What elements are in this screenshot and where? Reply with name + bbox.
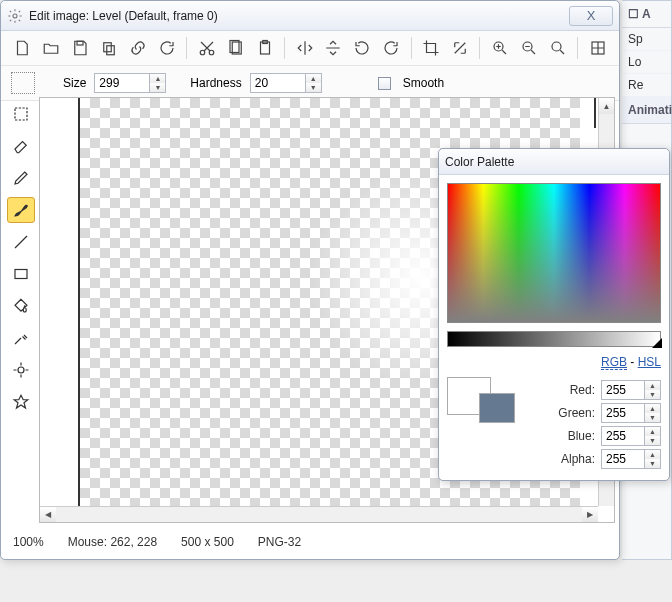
value-slider[interactable] — [447, 331, 661, 347]
rotate-cw-button[interactable] — [378, 35, 405, 61]
rgb-mode-link[interactable]: RGB — [601, 355, 627, 370]
secondary-swatch[interactable] — [479, 393, 515, 423]
red-label: Red: — [570, 383, 595, 397]
hsl-mode-link[interactable]: HSL — [638, 355, 661, 369]
zoom-out-button[interactable] — [515, 35, 542, 61]
zoom-in-button[interactable] — [486, 35, 513, 61]
paste-button[interactable] — [251, 35, 278, 61]
zoom-fit-button[interactable] — [544, 35, 571, 61]
flip-v-button[interactable] — [320, 35, 347, 61]
main-toolbar — [1, 31, 619, 66]
side-row[interactable]: Lo — [622, 51, 671, 74]
side-panel-header: ☐ A — [622, 1, 671, 28]
horizontal-scrollbar[interactable]: ◀ ▶ — [40, 506, 598, 522]
cut-button[interactable] — [193, 35, 220, 61]
red-input[interactable] — [601, 380, 645, 400]
crop-button[interactable] — [418, 35, 445, 61]
side-row[interactable]: Sp — [622, 28, 671, 51]
hardness-input[interactable] — [250, 73, 306, 93]
resize-button[interactable] — [447, 35, 474, 61]
selection-thumbnail[interactable] — [11, 72, 35, 94]
mouse-status: Mouse: 262, 228 — [68, 535, 157, 549]
open-button[interactable] — [38, 35, 65, 61]
blue-label: Blue: — [568, 429, 595, 443]
red-spinner[interactable]: ▲▼ — [601, 380, 661, 400]
copy-button[interactable] — [96, 35, 123, 61]
ruler-guide — [594, 98, 596, 128]
new-button[interactable] — [9, 35, 36, 61]
up-arrow-icon[interactable]: ▲ — [306, 74, 321, 83]
scroll-right-icon[interactable]: ▶ — [582, 507, 598, 522]
pencil-tool[interactable] — [7, 165, 35, 191]
brush-tool[interactable] — [7, 197, 35, 223]
line-tool[interactable] — [7, 229, 35, 255]
svg-point-16 — [18, 367, 24, 373]
svg-rect-15 — [15, 270, 27, 279]
save-button[interactable] — [67, 35, 94, 61]
green-input[interactable] — [601, 403, 645, 423]
hardness-spinner[interactable]: ▲▼ — [250, 73, 322, 93]
palette-titlebar[interactable]: Color Palette — [439, 149, 669, 175]
hue-saturation-picker[interactable] — [447, 183, 661, 323]
window-title: Edit image: Level (Default, frame 0) — [29, 9, 569, 23]
scroll-left-icon[interactable]: ◀ — [40, 507, 56, 522]
color-palette-window: Color Palette RGB - HSL Red: ▲▼ Green: ▲… — [438, 148, 670, 481]
shape-tool[interactable] — [7, 389, 35, 415]
alpha-spinner[interactable]: ▲▼ — [601, 449, 661, 469]
gear-icon — [7, 8, 23, 24]
down-arrow-icon[interactable]: ▼ — [150, 83, 165, 92]
green-label: Green: — [558, 406, 595, 420]
hardness-label: Hardness — [190, 76, 241, 90]
zoom-status: 100% — [13, 535, 44, 549]
animation-panel-header[interactable]: Animatio — [622, 97, 671, 124]
green-spinner[interactable]: ▲▼ — [601, 403, 661, 423]
size-label: Size — [63, 76, 86, 90]
size-spinner[interactable]: ▲▼ — [94, 73, 166, 93]
svg-point-12 — [552, 42, 561, 51]
svg-rect-14 — [15, 108, 27, 120]
blue-input[interactable] — [601, 426, 645, 446]
dimensions-status: 500 x 500 — [181, 535, 234, 549]
alpha-label: Alpha: — [561, 452, 595, 466]
close-button[interactable]: X — [569, 6, 613, 26]
reload-button[interactable] — [154, 35, 181, 61]
svg-rect-2 — [104, 43, 112, 52]
smooth-label: Smooth — [403, 76, 444, 90]
titlebar: Edit image: Level (Default, frame 0) X — [1, 1, 619, 31]
eraser-tool[interactable] — [7, 133, 35, 159]
select-tool[interactable] — [7, 101, 35, 127]
tool-options: Size ▲▼ Hardness ▲▼ Smooth — [1, 66, 619, 101]
svg-point-0 — [13, 14, 17, 18]
flip-h-button[interactable] — [291, 35, 318, 61]
link-button[interactable] — [125, 35, 152, 61]
status-bar: 100% Mouse: 262, 228 500 x 500 PNG-32 — [7, 531, 613, 553]
rotate-ccw-button[interactable] — [349, 35, 376, 61]
up-arrow-icon[interactable]: ▲ — [150, 74, 165, 83]
target-tool[interactable] — [7, 357, 35, 383]
svg-rect-3 — [107, 46, 115, 55]
color-swatches[interactable] — [447, 377, 515, 466]
smooth-checkbox[interactable] — [378, 77, 391, 90]
ruler-guide — [78, 98, 80, 522]
eyedropper-tool[interactable] — [7, 325, 35, 351]
fill-tool[interactable] — [7, 293, 35, 319]
copy-clip-button[interactable] — [222, 35, 249, 61]
grid-button[interactable] — [584, 35, 611, 61]
scroll-up-icon[interactable]: ▲ — [599, 98, 614, 114]
tool-palette — [5, 97, 39, 523]
svg-rect-1 — [77, 41, 83, 45]
size-input[interactable] — [94, 73, 150, 93]
palette-title: Color Palette — [445, 155, 663, 169]
format-status: PNG-32 — [258, 535, 301, 549]
rect-tool[interactable] — [7, 261, 35, 287]
side-row[interactable]: Re — [622, 74, 671, 97]
alpha-input[interactable] — [601, 449, 645, 469]
down-arrow-icon[interactable]: ▼ — [306, 83, 321, 92]
blue-spinner[interactable]: ▲▼ — [601, 426, 661, 446]
